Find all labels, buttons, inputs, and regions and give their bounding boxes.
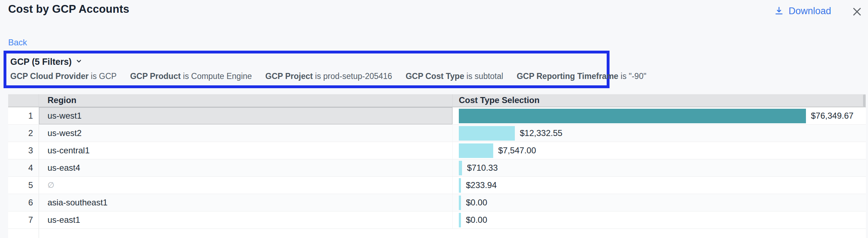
table-row[interactable]: 3 us-central1 $7,547.00 — [8, 142, 866, 159]
download-button[interactable]: Download — [774, 6, 831, 17]
row-number: 3 — [8, 142, 39, 159]
filter-summary-toggle[interactable]: GCP (5 Filters) — [10, 57, 83, 67]
table-row[interactable]: 4 us-east4 $710.33 — [8, 159, 866, 177]
region-cell[interactable]: us-east1 — [39, 211, 452, 228]
filter-item: GCP Reporting Timeframe is "-90" — [517, 72, 646, 81]
cost-value: $710.33 — [467, 163, 498, 173]
cost-value: $233.94 — [466, 180, 497, 190]
download-icon — [774, 6, 784, 17]
region-cell[interactable]: ∅ — [39, 177, 452, 194]
row-number: 6 — [8, 194, 39, 211]
modal: Cost by GCP Accounts Download Back GCP (… — [0, 0, 868, 238]
cost-bar — [459, 109, 806, 123]
row-number: 4 — [8, 159, 39, 176]
cost-value: $7,547.00 — [498, 146, 536, 155]
cost-bar — [459, 143, 493, 158]
cost-value: $0.00 — [466, 215, 487, 225]
filter-panel: GCP (5 Filters) GCP Cloud Provider is GC… — [4, 51, 610, 88]
cost-table: Region Cost Type Selection 1 us-west1 $7… — [8, 94, 866, 238]
region-cell[interactable]: asia-southeast1 — [39, 194, 452, 211]
table-row[interactable]: 6 asia-southeast1 $0.00 — [8, 194, 866, 211]
filter-summary-label: GCP (5 Filters) — [10, 57, 72, 67]
row-number: 7 — [8, 211, 39, 228]
cost-bar — [459, 126, 515, 141]
region-cell[interactable]: us-central1 — [39, 142, 452, 159]
region-cell[interactable]: us-east4 — [39, 159, 452, 176]
page-title: Cost by GCP Accounts — [8, 3, 129, 16]
table-row[interactable]: 7 us-east1 $0.00 — [8, 211, 866, 229]
download-label: Download — [789, 6, 831, 17]
filter-item: GCP Cost Type is subtotal — [406, 72, 503, 81]
chevron-down-icon — [75, 57, 83, 67]
filter-item: GCP Product is Compute Engine — [130, 72, 252, 81]
filter-item-list: GCP Cloud Provider is GCP GCP Product is… — [10, 72, 607, 81]
row-number: 5 — [8, 177, 39, 194]
table-filler-row — [8, 229, 866, 238]
close-button[interactable] — [851, 6, 863, 18]
filter-item: GCP Cloud Provider is GCP — [10, 72, 117, 81]
cost-column-header[interactable]: Cost Type Selection — [452, 94, 866, 107]
table-row[interactable]: 1 us-west1 $76,349.67 — [8, 107, 866, 125]
back-link[interactable]: Back — [8, 38, 27, 47]
cost-bar — [459, 161, 462, 175]
table-header: Region Cost Type Selection — [8, 94, 866, 107]
cost-value: $76,349.67 — [811, 111, 853, 121]
cost-bar — [459, 213, 461, 227]
cost-value: $0.00 — [466, 198, 487, 208]
scrollbar[interactable] — [863, 95, 866, 107]
table-row[interactable]: 2 us-west2 $12,332.55 — [8, 125, 866, 142]
row-number-header — [8, 94, 39, 107]
filter-item: GCP Project is prod-setup-205416 — [265, 72, 392, 81]
table-row[interactable]: 5 ∅ $233.94 — [8, 177, 866, 194]
region-cell[interactable]: us-west1 — [39, 107, 452, 124]
row-number: 2 — [8, 125, 39, 142]
cost-bar — [459, 196, 461, 210]
cost-value: $12,332.55 — [520, 128, 562, 138]
region-cell[interactable]: us-west2 — [39, 125, 452, 142]
region-column-header[interactable]: Region — [39, 94, 452, 107]
row-number: 1 — [8, 107, 39, 124]
cost-bar — [459, 178, 461, 193]
table-body: 1 us-west1 $76,349.67 2 us-west2 $12,332… — [8, 107, 866, 229]
